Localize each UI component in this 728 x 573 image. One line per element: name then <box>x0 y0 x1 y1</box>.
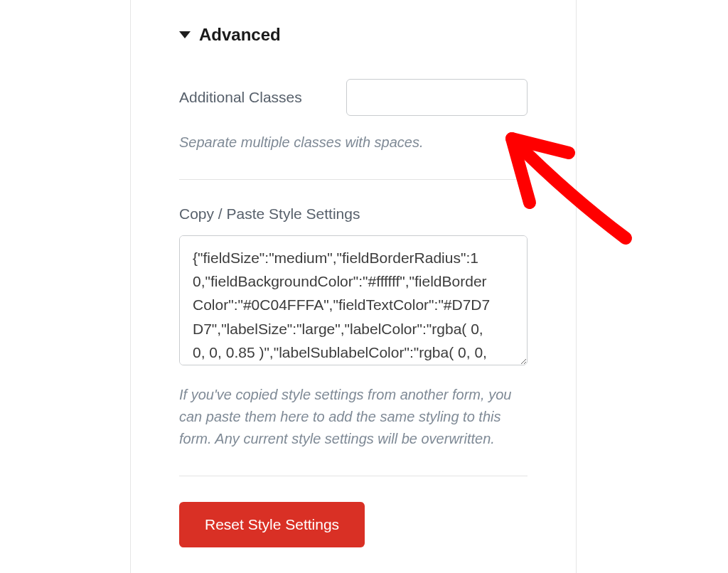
divider-2 <box>179 476 528 476</box>
caret-down-icon <box>179 31 191 38</box>
divider <box>179 179 528 180</box>
style-settings-textarea[interactable]: {"fieldSize":"medium","fieldBorderRadius… <box>179 235 528 365</box>
settings-panel: Advanced Additional Classes Separate mul… <box>130 0 577 573</box>
advanced-accordion-toggle[interactable]: Advanced <box>179 25 528 45</box>
additional-classes-row: Additional Classes <box>179 79 528 116</box>
style-settings-label: Copy / Paste Style Settings <box>179 205 528 223</box>
additional-classes-help: Separate multiple classes with spaces. <box>179 132 528 154</box>
additional-classes-input[interactable] <box>346 79 528 116</box>
style-settings-help: If you've copied style settings from ano… <box>179 384 528 450</box>
accordion-title: Advanced <box>199 25 281 45</box>
additional-classes-label: Additional Classes <box>179 89 302 106</box>
reset-style-settings-button[interactable]: Reset Style Settings <box>179 502 365 547</box>
